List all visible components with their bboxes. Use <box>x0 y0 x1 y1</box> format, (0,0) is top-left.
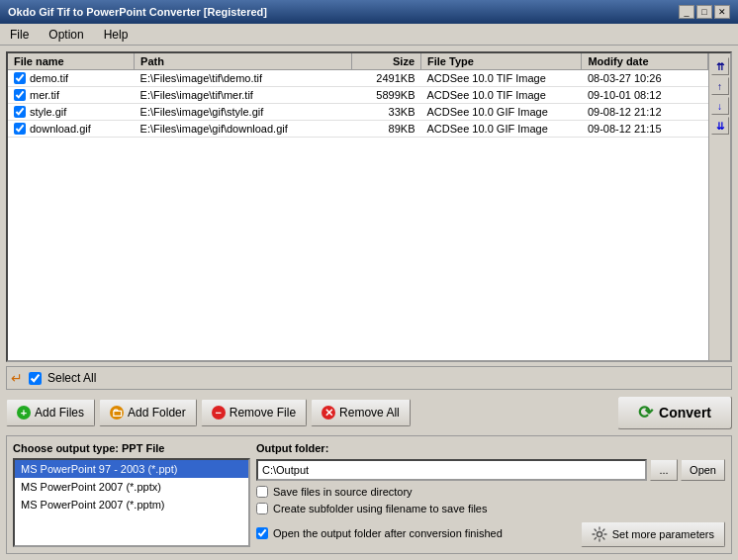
file-size-cell: 89KB <box>352 121 421 138</box>
set-params-label: Set more parameters <box>612 528 714 540</box>
remove-file-button[interactable]: − Remove File <box>201 399 307 426</box>
menu-file[interactable]: File <box>4 26 35 44</box>
file-table: File name Path Size File Type Modify dat… <box>8 53 708 138</box>
menu-help[interactable]: Help <box>98 26 135 44</box>
output-type-section: Choose output type: PPT File MS PowerPoi… <box>13 442 250 547</box>
add-folder-icon: 🗀 <box>110 406 124 420</box>
output-type-prefix: Choose output type: <box>13 442 122 454</box>
add-files-button[interactable]: + Add Files <box>6 399 95 426</box>
output-folder-input[interactable] <box>256 459 647 481</box>
folder-open-label: Open <box>690 464 716 476</box>
gear-icon <box>592 526 607 542</box>
title-bar: Okdo Gif Tif to PowerPoint Converter [Re… <box>0 0 738 24</box>
folder-browse-label: ... <box>659 464 668 476</box>
open-folder-label: Open the output folder after conversion … <box>273 527 503 539</box>
file-name-label: download.gif <box>30 123 91 135</box>
file-name-cell: demo.tif <box>8 70 135 87</box>
folder-input-row: ... Open <box>256 459 725 481</box>
scroll-top-button[interactable]: ⇈ <box>711 57 729 75</box>
file-size-cell: 33KB <box>352 104 421 121</box>
file-row-checkbox-2[interactable] <box>14 106 26 118</box>
output-list-item[interactable]: MS PowerPoint 2007 (*.pptm) <box>15 496 248 513</box>
remove-all-icon: ✕ <box>322 406 335 420</box>
window-title: Okdo Gif Tif to PowerPoint Converter [Re… <box>8 6 267 18</box>
file-date-cell: 09-08-12 21:15 <box>582 121 708 138</box>
create-subfolder-option: Create subfolder using filename to save … <box>256 503 725 514</box>
add-folder-label: Add Folder <box>128 406 186 420</box>
file-path-cell: E:\Files\image\gif\style.gif <box>135 104 352 121</box>
scroll-down-button[interactable]: ↓ <box>711 97 729 115</box>
col-header-size: Size <box>352 53 421 70</box>
create-subfolder-checkbox[interactable] <box>256 503 268 514</box>
save-source-label: Save files in source directory <box>273 486 413 498</box>
open-folder-option: Open the output folder after conversion … <box>256 527 503 539</box>
file-list-container: File name Path Size File Type Modify dat… <box>6 51 732 362</box>
menu-bar: File Option Help <box>0 24 738 46</box>
file-list: File name Path Size File Type Modify dat… <box>8 53 708 360</box>
file-name-cell: style.gif <box>8 104 135 121</box>
remove-file-label: Remove File <box>230 406 296 420</box>
maximize-button[interactable]: □ <box>696 5 712 19</box>
table-row: demo.tif E:\Files\image\tif\demo.tif 249… <box>8 70 708 87</box>
output-type-label: Choose output type: PPT File <box>13 442 250 454</box>
convert-button[interactable]: ⟳ Convert <box>617 396 732 429</box>
output-type-list[interactable]: MS PowerPoint 97 - 2003 (*.ppt)MS PowerP… <box>13 458 250 547</box>
file-date-cell: 09-08-12 21:12 <box>582 104 708 121</box>
buttons-row: + Add Files 🗀 Add Folder − Remove File ✕… <box>6 394 732 431</box>
output-list-item[interactable]: MS PowerPoint 2007 (*.pptx) <box>15 478 248 496</box>
file-name-label: style.gif <box>30 106 66 118</box>
file-type-cell: ACDSee 10.0 GIF Image <box>421 104 582 121</box>
scroll-buttons: ⇈ ↑ ↓ ⇊ <box>708 53 730 360</box>
create-subfolder-label: Create subfolder using filename to save … <box>273 503 487 514</box>
scroll-up-button[interactable]: ↑ <box>711 77 729 95</box>
file-name-label: demo.tif <box>30 72 68 84</box>
svg-point-0 <box>597 532 601 537</box>
file-name-label: mer.tif <box>30 89 59 101</box>
select-all-label: Select All <box>47 371 96 385</box>
add-folder-button[interactable]: 🗀 Add Folder <box>99 399 197 426</box>
file-path-cell: E:\Files\image\tif\demo.tif <box>135 70 352 87</box>
open-folder-checkbox[interactable] <box>256 527 268 539</box>
col-header-path: Path <box>135 53 352 70</box>
file-name-cell: download.gif <box>8 121 135 138</box>
file-type-cell: ACDSee 10.0 TIF Image <box>421 87 582 104</box>
menu-option[interactable]: Option <box>43 26 89 44</box>
remove-file-icon: − <box>212 406 226 420</box>
file-type-cell: ACDSee 10.0 TIF Image <box>421 70 582 87</box>
close-button[interactable]: ✕ <box>714 5 730 19</box>
table-row: download.gif E:\Files\image\gif\download… <box>8 121 708 138</box>
window-controls: _ □ ✕ <box>679 5 730 19</box>
file-type-cell: ACDSee 10.0 GIF Image <box>421 121 582 138</box>
scroll-bottom-button[interactable]: ⇊ <box>711 117 729 135</box>
minimize-button[interactable]: _ <box>679 5 694 19</box>
save-source-option: Save files in source directory <box>256 486 725 498</box>
file-name-cell: mer.tif <box>8 87 135 104</box>
folder-open-button[interactable]: Open <box>681 459 725 481</box>
output-type-value: PPT File <box>122 442 164 454</box>
convert-icon: ⟳ <box>638 402 653 423</box>
select-all-checkbox[interactable] <box>29 372 42 385</box>
back-icon[interactable]: ↵ <box>11 370 23 386</box>
set-params-button[interactable]: Set more parameters <box>581 521 725 547</box>
table-header-row: File name Path Size File Type Modify dat… <box>8 53 708 70</box>
file-path-cell: E:\Files\image\gif\download.gif <box>135 121 352 138</box>
main-content: File name Path Size File Type Modify dat… <box>0 46 738 560</box>
file-row-checkbox-3[interactable] <box>14 123 26 135</box>
bottom-section: Choose output type: PPT File MS PowerPoi… <box>6 435 732 554</box>
folder-browse-button[interactable]: ... <box>650 459 678 481</box>
add-files-icon: + <box>17 406 31 420</box>
convert-label: Convert <box>659 405 711 420</box>
file-row-checkbox-1[interactable] <box>14 89 26 101</box>
output-folder-label: Output folder: <box>256 442 725 454</box>
file-date-cell: 08-03-27 10:26 <box>582 70 708 87</box>
file-size-cell: 5899KB <box>352 87 421 104</box>
remove-all-button[interactable]: ✕ Remove All <box>311 399 411 426</box>
file-row-checkbox-0[interactable] <box>14 72 26 84</box>
col-header-filetype: File Type <box>421 53 582 70</box>
output-list-item[interactable]: MS PowerPoint 97 - 2003 (*.ppt) <box>15 460 248 478</box>
remove-all-label: Remove All <box>339 406 400 420</box>
file-table-body: demo.tif E:\Files\image\tif\demo.tif 249… <box>8 70 708 138</box>
output-folder-section: Output folder: ... Open Save files in so… <box>256 442 725 547</box>
col-header-filename: File name <box>8 53 135 70</box>
save-source-checkbox[interactable] <box>256 486 268 498</box>
